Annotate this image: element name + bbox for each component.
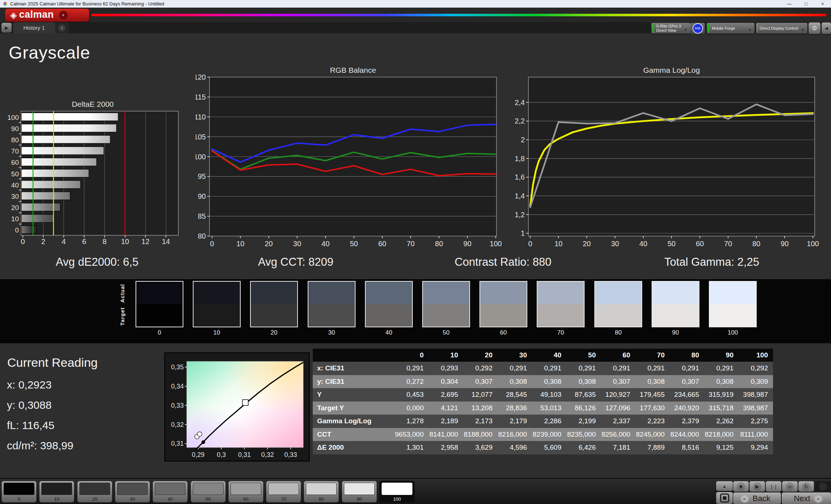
add-tab-button[interactable]: +: [55, 22, 69, 33]
svg-text:80: 80: [198, 232, 206, 240]
back-button[interactable]: « Back: [733, 492, 781, 504]
table-cell-Target-Y-50: 86,126: [566, 404, 601, 412]
table-col-header-40: 40: [532, 351, 566, 359]
table-cell-Gamma-Log-Log-80: 2,379: [670, 417, 704, 425]
table-cell-y-CIE31-60: 0,307: [601, 378, 635, 386]
table-row: ΔE 20001,3012,9583,6294,5965,6096,4267,1…: [313, 441, 773, 454]
svg-text:RGB Balance: RGB Balance: [330, 67, 376, 74]
svg-text:110: 110: [196, 113, 206, 121]
settings-gear-button[interactable]: ⚙: [809, 22, 820, 34]
patch-button-80[interactable]: 80: [304, 481, 339, 503]
patch-button-60[interactable]: 60: [228, 481, 263, 503]
table-cell-x-CIE31-50: 0,291: [566, 364, 601, 372]
table-cell-Target-Y-100: 398,987: [739, 404, 773, 412]
swatch-80-target: [595, 304, 641, 327]
svg-text:0,29: 0,29: [192, 451, 204, 458]
avg-de2000-summary: Avg dE2000: 6,5: [56, 256, 139, 269]
table-cell-x-CIE31-40: 0,291: [532, 364, 566, 372]
tab-history-1[interactable]: History 1: [13, 22, 55, 33]
table-cell--E-2000-10: 2,958: [429, 444, 463, 452]
table-col-header-30: 30: [498, 351, 532, 359]
patch-label-30: 30: [115, 496, 150, 502]
svg-text:85: 85: [198, 212, 206, 220]
table-cell-x-CIE31-20: 0,292: [463, 364, 498, 372]
table-cell-x-CIE31-10: 0,293: [429, 364, 463, 372]
table-row: x: CIE310,2910,2930,2920,2910,2910,2910,…: [313, 362, 773, 375]
table-row: CCT9653,0008141,0008188,0008216,0008239,…: [313, 428, 773, 441]
swatch-20-actual: [251, 282, 297, 304]
svg-text:20: 20: [11, 204, 19, 211]
patch-button-100[interactable]: 100: [379, 481, 415, 503]
svg-text:80: 80: [11, 136, 19, 144]
display-status-bar: [757, 24, 757, 33]
stop-button[interactable]: ■: [733, 481, 749, 492]
next-button[interactable]: Next »: [782, 492, 831, 504]
meter-select[interactable]: X-Rite i1Pro 3Direct View ▼: [651, 23, 690, 34]
svg-text:14: 14: [162, 238, 170, 245]
patch-button-70[interactable]: 70: [266, 481, 301, 503]
svg-text:10: 10: [236, 240, 244, 248]
table-cell-CCT-70: 8245,000: [635, 430, 670, 438]
patch-label-40: 40: [153, 496, 188, 502]
calman-diamond-icon: ◈: [10, 10, 17, 20]
svg-text:80: 80: [752, 240, 760, 248]
meter-name: X-Rite i1Pro 3: [656, 24, 681, 28]
patch-button-30[interactable]: 30: [115, 481, 150, 503]
source-select[interactable]: Mobile Forge ▼: [707, 23, 755, 34]
pattern-up-button[interactable]: ▲: [716, 481, 733, 491]
rainbow-gradient-strip: [91, 14, 826, 16]
table-cell-x-CIE31-0: 0,291: [394, 364, 429, 372]
patch-button-90[interactable]: 90: [342, 481, 377, 503]
refresh-button[interactable]: ↻: [798, 481, 814, 492]
table-cell-y-CIE31-70: 0,308: [635, 378, 670, 386]
table-col-header-0: 0: [394, 351, 429, 359]
continuous-measure-button[interactable]: ∞: [782, 481, 798, 492]
patch-button-10[interactable]: 10: [39, 481, 74, 503]
swatch-10-target: [194, 304, 240, 327]
patch-swatch-50: [193, 483, 224, 495]
patch-button-20[interactable]: 20: [77, 481, 112, 503]
svg-text:70: 70: [11, 147, 19, 155]
capture-button[interactable]: [716, 492, 733, 504]
window-title: Calman 2025 Calman Ultimate for Business…: [10, 1, 164, 7]
table-cell-Gamma-Log-Log-50: 2,199: [566, 417, 601, 425]
svg-text:6: 6: [82, 238, 86, 245]
deltae-bar-20: [21, 203, 60, 211]
table-cell-CCT-20: 8188,000: [463, 430, 498, 438]
svg-text:1,6: 1,6: [515, 173, 525, 181]
minimize-button[interactable]: —: [781, 0, 798, 8]
table-cell-Gamma-Log-Log-0: 1,278: [394, 417, 429, 425]
table-row: Gamma Log/Log1,2782,1892,1732,1792,2862,…: [313, 415, 773, 428]
patch-button-50[interactable]: 50: [191, 481, 226, 503]
reading-y: y: 0,3088: [7, 399, 51, 411]
table-cell-x-CIE31-60: 0,291: [601, 364, 635, 372]
history-nav-button[interactable]: ▶: [1, 23, 12, 33]
swatch-label-70: 70: [537, 329, 585, 336]
table-cell-Target-Y-40: 53,013: [532, 404, 566, 412]
page-title: Grayscale: [9, 43, 90, 63]
meter-badge[interactable]: 545: [690, 23, 705, 34]
svg-text:80: 80: [435, 240, 443, 248]
svg-text:2: 2: [521, 136, 525, 144]
maximize-button[interactable]: □: [798, 0, 814, 8]
pattern-window-button[interactable]: [··]: [766, 481, 781, 492]
patch-button-40[interactable]: 40: [153, 481, 188, 503]
swatch-label-20: 20: [250, 329, 298, 336]
table-row: Target Y0,0004,12113,20828,83653,01386,1…: [313, 402, 773, 415]
calman-logo-button[interactable]: ◈ calman ▼: [5, 9, 89, 22]
svg-text:30: 30: [293, 240, 301, 248]
table-cell--E-2000-50: 6,426: [566, 444, 601, 452]
play-button[interactable]: ▶: [749, 481, 765, 492]
contrast-ratio-summary: Contrast Ratio: 880: [454, 256, 551, 269]
swatch-90-target: [652, 304, 699, 327]
svg-text:90: 90: [198, 192, 206, 200]
back-label: Back: [753, 494, 770, 503]
logo-menu-chevron-icon[interactable]: ▼: [59, 11, 68, 20]
svg-text:30: 30: [11, 193, 19, 200]
close-button[interactable]: ×: [814, 0, 831, 8]
table-cell-Y-90: 315,919: [704, 391, 739, 399]
display-control-select[interactable]: Direct Display Control ▼: [756, 23, 807, 34]
patch-button-0[interactable]: 0: [1, 481, 37, 503]
collapse-panel-button[interactable]: ◀: [822, 22, 831, 34]
table-row-label: ΔE 2000: [313, 444, 394, 452]
